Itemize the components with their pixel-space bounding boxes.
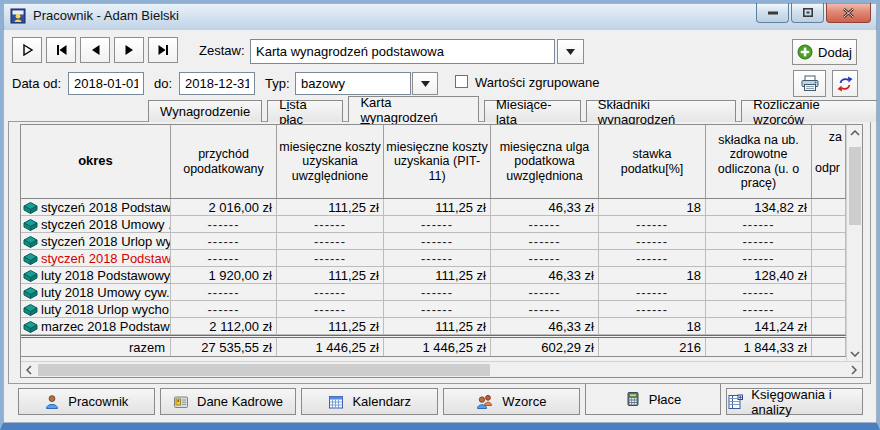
column-header[interactable]: okres	[21, 125, 171, 198]
tab-rozliczanie-wzorców[interactable]: Rozliczanie wzorców	[741, 100, 880, 122]
value-cell[interactable]: ------	[599, 284, 706, 300]
horizontal-scroll-thumb[interactable]	[38, 364, 490, 376]
typ-combobox-input[interactable]	[295, 72, 411, 95]
value-cell-clipped[interactable]	[812, 199, 846, 215]
value-cell[interactable]: ------	[277, 301, 384, 317]
column-header[interactable]: miesięczne koszty uzyskania (PIT-11)	[384, 125, 491, 198]
value-cell[interactable]: ------	[384, 250, 491, 266]
dodaj-button[interactable]: Dodaj	[792, 39, 857, 65]
tab-składniki-wynagrodzeń[interactable]: Składniki wynagrodzeń	[586, 100, 736, 122]
period-cell[interactable]: styczeń 2018 Umowy ...	[21, 216, 171, 232]
period-cell[interactable]: marzec 2018 Podstaw...	[21, 318, 171, 334]
scroll-down-arrow[interactable]	[847, 346, 863, 362]
column-header[interactable]: miesięczna ulga podatkowa uwzględniona	[491, 125, 599, 198]
zestaw-dropdown-button[interactable]	[557, 39, 584, 64]
period-cell[interactable]: luty 2018 Podstawowy	[21, 267, 171, 283]
vertical-scroll-thumb[interactable]	[849, 147, 861, 225]
value-cell-clipped[interactable]	[812, 284, 846, 300]
value-cell[interactable]: 111,25 zł	[277, 267, 384, 283]
typ-dropdown-button[interactable]	[412, 72, 438, 95]
zestaw-combobox-input[interactable]	[250, 39, 555, 64]
grouped-values-checkbox[interactable]	[455, 75, 468, 88]
value-cell[interactable]: 111,25 zł	[384, 267, 491, 283]
value-cell[interactable]: ------	[171, 216, 277, 232]
value-cell[interactable]: ------	[277, 216, 384, 232]
period-cell[interactable]: styczeń 2018 Podstaw...	[21, 250, 171, 266]
value-cell[interactable]: 18	[599, 267, 706, 283]
value-cell[interactable]: 111,25 zł	[384, 318, 491, 334]
scroll-right-arrow[interactable]	[846, 362, 862, 378]
value-cell[interactable]: ------	[384, 284, 491, 300]
previous-record-button[interactable]	[80, 37, 110, 63]
refresh-button[interactable]	[832, 70, 858, 97]
value-cell[interactable]: ------	[599, 233, 706, 249]
vertical-scrollbar[interactable]	[846, 125, 862, 362]
value-cell[interactable]: 111,25 zł	[277, 199, 384, 215]
table-row[interactable]: luty 2018 Umowy cyw...------------------…	[21, 284, 846, 301]
period-cell[interactable]: luty 2018 Umowy cyw...	[21, 284, 171, 300]
value-cell[interactable]: ------	[706, 233, 812, 249]
value-cell[interactable]: ------	[277, 233, 384, 249]
value-cell[interactable]: 46,33 zł	[491, 199, 599, 215]
module-tab-pracownik[interactable]: Pracownik	[18, 388, 155, 415]
table-row[interactable]: styczeń 2018 Urlop wy...----------------…	[21, 233, 846, 250]
value-cell[interactable]: 18	[599, 199, 706, 215]
scroll-up-arrow[interactable]	[847, 125, 863, 141]
current-record-button[interactable]	[12, 37, 42, 63]
period-cell[interactable]: luty 2018 Urlop wycho...	[21, 301, 171, 317]
value-cell[interactable]: ------	[171, 284, 277, 300]
tab-wynagrodzenie[interactable]: Wynagrodzenie	[148, 100, 262, 122]
tab-miesiące-lata[interactable]: Miesiące-lata	[484, 100, 581, 122]
period-cell[interactable]: styczeń 2018 Podstaw...	[21, 199, 171, 215]
value-cell[interactable]: ------	[171, 250, 277, 266]
value-cell[interactable]: ------	[384, 233, 491, 249]
table-row[interactable]: luty 2018 Podstawowy1 920,00 zł111,25 zł…	[21, 267, 846, 284]
value-cell[interactable]: 2 112,00 zł	[171, 318, 277, 334]
value-cell[interactable]: ------	[384, 301, 491, 317]
value-cell[interactable]: 46,33 zł	[491, 318, 599, 334]
tab-karta-wynagrodzeń[interactable]: Karta wynagrodzeń	[348, 96, 479, 122]
table-row[interactable]: styczeń 2018 Podstaw...-----------------…	[21, 250, 846, 267]
value-cell[interactable]: ------	[599, 250, 706, 266]
close-button[interactable]	[826, 3, 871, 23]
table-row[interactable]: styczeń 2018 Podstaw...2 016,00 zł111,25…	[21, 199, 846, 216]
value-cell-clipped[interactable]	[812, 301, 846, 317]
value-cell[interactable]: ------	[706, 301, 812, 317]
period-cell[interactable]: styczeń 2018 Urlop wy...	[21, 233, 171, 249]
column-header-clipped[interactable]: zaodpr	[812, 125, 846, 198]
value-cell[interactable]: ------	[491, 216, 599, 232]
tab-lista-płac[interactable]: Lista płac	[267, 100, 343, 122]
value-cell[interactable]: 111,25 zł	[277, 318, 384, 334]
column-header[interactable]: przychód opodatkowany	[171, 125, 277, 198]
print-button[interactable]	[793, 70, 826, 97]
value-cell-clipped[interactable]	[812, 267, 846, 283]
value-cell-clipped[interactable]	[812, 233, 846, 249]
value-cell[interactable]: ------	[171, 233, 277, 249]
module-tab-dane-kadrowe[interactable]: Dane Kadrowe	[160, 388, 297, 415]
value-cell[interactable]: 2 016,00 zł	[171, 199, 277, 215]
value-cell-clipped[interactable]	[812, 216, 846, 232]
value-cell-clipped[interactable]	[812, 250, 846, 266]
data-od-input[interactable]	[68, 72, 144, 95]
last-record-button[interactable]	[148, 37, 178, 63]
maximize-button[interactable]	[791, 3, 824, 23]
first-record-button[interactable]	[46, 37, 76, 63]
column-header[interactable]: miesięczne koszty uzyskania uwzględnione	[277, 125, 384, 198]
value-cell[interactable]: 111,25 zł	[384, 199, 491, 215]
value-cell[interactable]: ------	[706, 284, 812, 300]
value-cell[interactable]: ------	[491, 284, 599, 300]
value-cell[interactable]: 46,33 zł	[491, 267, 599, 283]
value-cell[interactable]: ------	[706, 216, 812, 232]
value-cell[interactable]: 128,40 zł	[706, 267, 812, 283]
table-row[interactable]: marzec 2018 Podstaw...2 112,00 zł111,25 …	[21, 318, 846, 335]
value-cell[interactable]: ------	[277, 284, 384, 300]
module-tab-wzorce[interactable]: Wzorce	[443, 388, 580, 415]
value-cell[interactable]: ------	[171, 301, 277, 317]
value-cell[interactable]: 18	[599, 318, 706, 334]
horizontal-scrollbar[interactable]	[21, 361, 862, 377]
table-row[interactable]: styczeń 2018 Umowy ...------------------…	[21, 216, 846, 233]
column-header[interactable]: stawka podatku[%]	[599, 125, 706, 198]
value-cell[interactable]: 134,82 zł	[706, 199, 812, 215]
scroll-left-arrow[interactable]	[21, 362, 37, 378]
minimize-button[interactable]	[756, 3, 789, 23]
